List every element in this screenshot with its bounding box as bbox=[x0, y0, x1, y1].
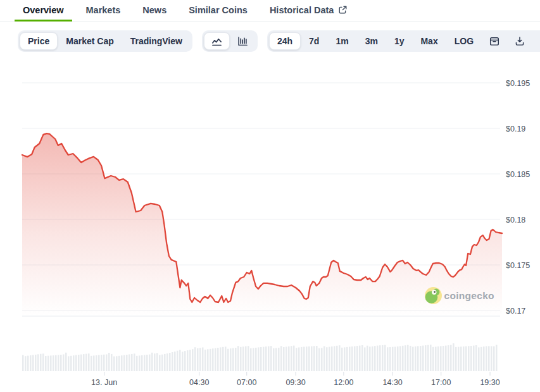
range-button-log[interactable]: LOG bbox=[446, 32, 482, 50]
tab-markets[interactable]: Markets bbox=[78, 0, 129, 21]
button-label: 1m bbox=[336, 36, 348, 46]
x-tick-label: 12:00 bbox=[334, 378, 353, 387]
range-button-1m[interactable]: 1m bbox=[327, 32, 356, 50]
x-axis-ticks bbox=[104, 372, 490, 376]
metric-button-market-cap[interactable]: Market Cap bbox=[58, 32, 122, 50]
y-tick-label: $0.175 bbox=[506, 261, 530, 270]
price-chart[interactable]: $0.195$0.19$0.185$0.18$0.175$0.17coingec… bbox=[0, 63, 540, 392]
button-label: Max bbox=[420, 36, 437, 46]
button-label: 7d bbox=[309, 36, 319, 46]
tab-label: News bbox=[142, 5, 166, 15]
metric-segmented-control: PriceMarket CapTradingView bbox=[18, 30, 192, 52]
chart-toolbar: PriceMarket CapTradingView 24h7d1m3m1yMa… bbox=[18, 30, 535, 52]
tab-bar: OverviewMarketsNewsSimilar CoinsHistoric… bbox=[0, 0, 540, 21]
y-tick-label: $0.17 bbox=[506, 307, 525, 315]
y-tick-label: $0.195 bbox=[506, 79, 530, 88]
line-chart-button[interactable] bbox=[204, 32, 230, 50]
x-axis-labels: 13. Jun04:3007:0009:3012:0014:3017:0019:… bbox=[91, 378, 500, 387]
tab-similar-coins[interactable]: Similar Coins bbox=[180, 0, 256, 21]
button-label: Price bbox=[28, 36, 49, 46]
candlestick-chart-icon bbox=[237, 35, 249, 47]
chart-area: $0.195$0.19$0.185$0.18$0.175$0.17coingec… bbox=[0, 63, 540, 392]
line-chart-icon bbox=[211, 35, 223, 47]
watermark-label: coingecko bbox=[444, 290, 494, 301]
button-label: 24h bbox=[277, 36, 292, 46]
volume-bars bbox=[22, 343, 498, 371]
fullscreen-button[interactable] bbox=[532, 32, 540, 50]
tab-label: Historical Data bbox=[270, 5, 334, 15]
range-button-24h[interactable]: 24h bbox=[269, 32, 301, 50]
x-tick-label: 07:00 bbox=[237, 378, 256, 387]
chart-type-segmented-control bbox=[202, 30, 258, 52]
range-button-1y[interactable]: 1y bbox=[386, 32, 413, 50]
coin-chart-page: OverviewMarketsNewsSimilar CoinsHistoric… bbox=[0, 0, 540, 392]
range-button-7d[interactable]: 7d bbox=[301, 32, 327, 50]
metric-button-tradingview[interactable]: TradingView bbox=[122, 32, 191, 50]
x-tick-label: 04:30 bbox=[189, 378, 209, 387]
calendar-icon bbox=[489, 35, 500, 47]
tab-overview[interactable]: Overview bbox=[15, 0, 72, 21]
x-tick-label: 19:30 bbox=[480, 378, 499, 387]
x-tick-label: 14:30 bbox=[383, 378, 403, 387]
button-label: 1y bbox=[394, 36, 405, 46]
x-tick-label: 17:00 bbox=[431, 378, 451, 387]
y-tick-label: $0.18 bbox=[506, 216, 525, 224]
tab-label: Markets bbox=[86, 5, 121, 15]
tab-label: Similar Coins bbox=[189, 5, 248, 15]
range-segmented-control: 24h7d1m3m1yMaxLOG bbox=[267, 30, 540, 52]
button-label: Market Cap bbox=[66, 36, 113, 46]
tab-label: Overview bbox=[23, 5, 64, 15]
range-button-max[interactable]: Max bbox=[412, 32, 446, 50]
external-link-icon bbox=[338, 5, 348, 15]
button-label: LOG bbox=[455, 36, 474, 46]
tab-news[interactable]: News bbox=[134, 0, 175, 21]
calendar-button[interactable] bbox=[482, 32, 507, 50]
y-tick-label: $0.19 bbox=[506, 125, 525, 133]
y-axis-labels: $0.195$0.19$0.185$0.18$0.175$0.17 bbox=[506, 79, 530, 315]
button-label: 3m bbox=[365, 36, 378, 46]
x-tick-label: 09:30 bbox=[286, 378, 305, 387]
candlestick-chart-button[interactable] bbox=[230, 32, 256, 50]
button-label: TradingView bbox=[130, 36, 182, 46]
tab-historical-data[interactable]: Historical Data bbox=[261, 0, 356, 21]
x-tick-label: 13. Jun bbox=[91, 378, 117, 387]
y-tick-label: $0.185 bbox=[506, 170, 530, 179]
download-icon bbox=[514, 35, 525, 47]
metric-button-price[interactable]: Price bbox=[20, 32, 58, 50]
range-button-3m[interactable]: 3m bbox=[357, 32, 386, 50]
download-button[interactable] bbox=[507, 32, 532, 50]
